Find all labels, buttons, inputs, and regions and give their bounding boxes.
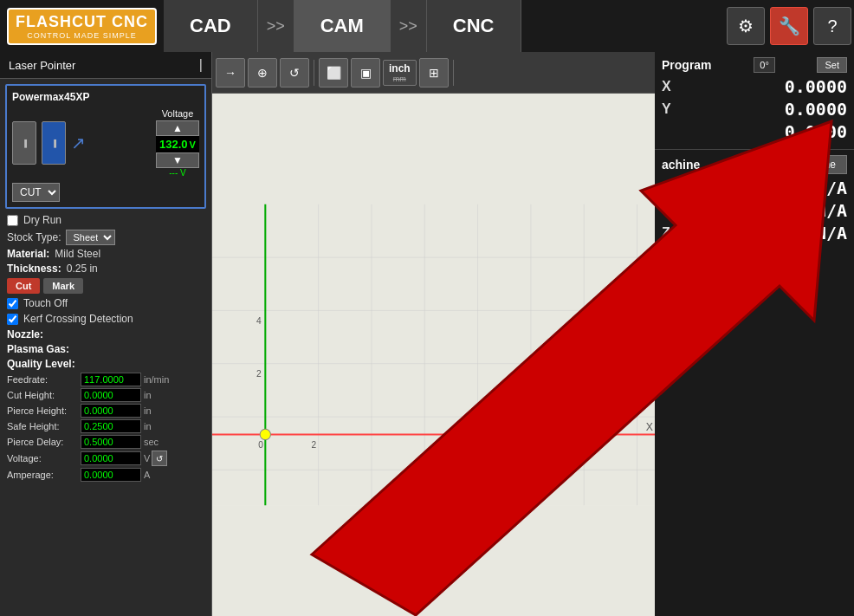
nozzle-label: Nozzle: xyxy=(7,328,43,340)
svg-text:8: 8 xyxy=(524,440,529,450)
cut-select[interactable]: CUT xyxy=(12,183,60,202)
plasma-gas-label: Plasma Gas: xyxy=(7,343,69,355)
wrench-icon-button[interactable]: 🔧 xyxy=(770,7,808,45)
cut-button[interactable]: Cut xyxy=(7,278,40,294)
thickness-row: Thickness: 0.25 in xyxy=(7,263,204,275)
torch-blue-icon: ▐ xyxy=(42,121,66,165)
logo-subtitle: CONTROL MADE SIMPLE xyxy=(16,31,148,40)
pierce-delay-unit: sec xyxy=(144,437,159,447)
dry-run-checkbox[interactable] xyxy=(7,215,18,226)
settings-icon-button[interactable]: ⚙ xyxy=(727,7,765,45)
cut-height-label: Cut Height: xyxy=(7,390,81,400)
dry-run-label: Dry Run xyxy=(23,214,61,226)
voltage-up-button[interactable]: ▲ xyxy=(156,120,199,136)
degree-display: 0° xyxy=(754,57,775,73)
voltage-section: Voltage ▲ 132.0 V ▼ --- V xyxy=(156,108,199,178)
voltage-value-display: 132.0 V xyxy=(156,136,199,152)
cam-arrow[interactable]: >> xyxy=(391,0,427,52)
canvas-toolbar: → ⊕ ↺ ⬜ ▣ inch mm ⊞ xyxy=(212,52,655,94)
quality-level-label: Quality Level: xyxy=(7,358,75,370)
center-area: → ⊕ ↺ ⬜ ▣ inch mm ⊞ xyxy=(212,52,655,616)
torch-gray-icon: ▐ xyxy=(12,121,36,165)
main-area: Laser Pointer | Powermax45XP ▐ ▐ ↗ Volta… xyxy=(0,52,854,616)
canvas-area[interactable]: X 0 4 2 2 8 10 xyxy=(212,94,655,616)
toolbar-separator-2 xyxy=(453,60,454,86)
amperage-input[interactable] xyxy=(81,468,141,482)
logo: FLASHCUT CNC CONTROL MADE SIMPLE xyxy=(7,8,157,45)
rotate-view-button[interactable]: ↺ xyxy=(280,58,309,88)
amperage-label: Amperage: xyxy=(7,470,81,480)
pierce-height-unit: in xyxy=(144,405,152,416)
export-button[interactable]: ⊞ xyxy=(419,58,449,88)
torch-arrow-icon: ↗ xyxy=(71,133,86,153)
program-z-value: 0.0000 xyxy=(785,121,847,142)
voltage-param-row: Voltage: V ↺ xyxy=(7,451,204,466)
feedrate-label: Feedrate: xyxy=(7,374,81,385)
amperage-row: Amperage: A xyxy=(7,468,204,482)
pointer-tool-button[interactable]: → xyxy=(216,58,245,88)
svg-text:0: 0 xyxy=(258,440,263,450)
plasma-gas-row: Plasma Gas: xyxy=(7,343,204,355)
feedrate-input[interactable] xyxy=(81,373,141,386)
safe-height-input[interactable] xyxy=(81,419,141,433)
nozzle-row: Nozzle: xyxy=(7,328,204,340)
pierce-height-row: Pierce Height: in xyxy=(7,404,204,418)
canvas-svg: X 0 4 2 2 8 10 xyxy=(212,94,655,616)
kerf-crossing-row: Kerf Crossing Detection xyxy=(7,313,204,325)
program-x-value: 0.0000 xyxy=(785,76,847,97)
frame-button[interactable]: ⬜ xyxy=(319,58,348,88)
cnc-nav-button[interactable]: CNC xyxy=(427,0,521,52)
material-label: Material: xyxy=(7,248,49,260)
svg-text:2: 2 xyxy=(256,369,262,379)
svg-rect-0 xyxy=(212,204,655,505)
program-header: Program 0° Set xyxy=(662,57,847,73)
kerf-crossing-checkbox[interactable] xyxy=(7,314,18,325)
machine-y-label: Y xyxy=(662,203,679,218)
voltage-refresh-button[interactable]: ↺ xyxy=(152,451,167,466)
powermax-section: Powermax45XP ▐ ▐ ↗ Voltage ▲ 132.0 V ▼ -… xyxy=(5,84,206,209)
machine-y-value: N/A xyxy=(816,200,847,221)
display-toggle-button[interactable]: ▣ xyxy=(351,58,380,88)
svg-text:10: 10 xyxy=(577,440,587,450)
nav: CAD >> CAM >> CNC xyxy=(164,0,724,52)
header: FLASHCUT CNC CONTROL MADE SIMPLE CAD >> … xyxy=(0,0,854,52)
program-y-row: Y 0.0000 xyxy=(662,99,847,120)
unit-toggle-button[interactable]: inch mm xyxy=(383,60,417,86)
right-panel: Program 0° Set X 0.0000 Y 0.0000 0.0000 … xyxy=(655,52,854,616)
voltage-param-label: Voltage: xyxy=(7,453,81,464)
stock-type-label: Stock Type: xyxy=(7,231,61,243)
touch-off-checkbox[interactable] xyxy=(7,298,18,309)
cut-mark-row: Cut Mark xyxy=(7,278,204,294)
cut-height-unit: in xyxy=(144,390,152,400)
laser-pointer-header: Laser Pointer | xyxy=(0,52,211,79)
touch-off-label: Touch Off xyxy=(23,297,68,309)
cam-nav-button[interactable]: CAM xyxy=(294,0,391,52)
thickness-value: 0.25 in xyxy=(67,263,98,275)
powermax-controls: ▐ ▐ ↗ Voltage ▲ 132.0 V ▼ --- V xyxy=(12,108,199,178)
program-y-label: Y xyxy=(662,101,679,117)
header-right: ⚙ 🔧 ? xyxy=(724,7,854,45)
set-button[interactable]: Set xyxy=(817,57,847,73)
cut-height-row: Cut Height: in xyxy=(7,388,204,402)
help-icon-button[interactable]: ? xyxy=(813,7,851,45)
mark-button[interactable]: Mark xyxy=(43,278,83,294)
cad-nav-button[interactable]: CAD xyxy=(164,0,258,52)
laser-pointer-icon: | xyxy=(199,57,203,73)
machine-header: achine Home xyxy=(662,155,847,174)
voltage-down-button[interactable]: ▼ xyxy=(156,152,199,168)
machine-x-label: X xyxy=(662,180,679,196)
machine-x-row: X N/A xyxy=(662,178,847,198)
cad-arrow[interactable]: >> xyxy=(258,0,294,52)
voltage-param-input[interactable] xyxy=(81,451,141,465)
left-panel: Laser Pointer | Powermax45XP ▐ ▐ ↗ Volta… xyxy=(0,52,212,616)
zoom-fit-button[interactable]: ⊕ xyxy=(248,58,277,88)
home-button[interactable]: Home xyxy=(797,155,847,174)
pierce-height-label: Pierce Height: xyxy=(7,405,81,416)
cut-height-input[interactable] xyxy=(81,388,141,402)
material-value: Mild Steel xyxy=(55,248,100,260)
pierce-delay-input[interactable] xyxy=(81,435,141,449)
stock-type-select[interactable]: Sheet xyxy=(66,230,115,245)
powermax-title: Powermax45XP xyxy=(12,91,199,103)
pierce-height-input[interactable] xyxy=(81,404,141,418)
machine-z-label: Z xyxy=(662,225,679,241)
